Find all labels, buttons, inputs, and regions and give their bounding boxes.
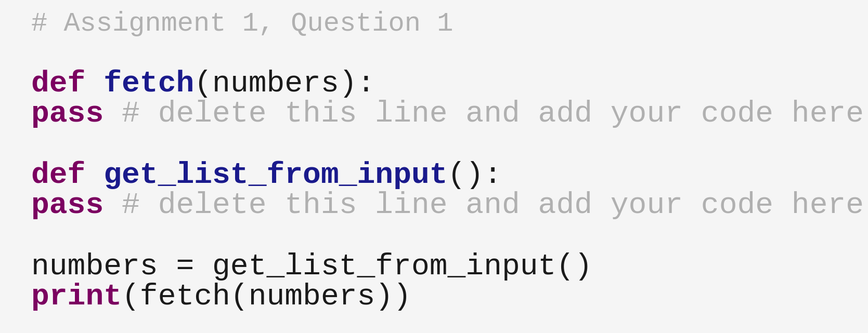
- assign-line: numbers = get_list_from_input(): [31, 251, 847, 282]
- comment-line: # Assignment 1, Question 1: [31, 10, 847, 37]
- keyword-pass-1: pass: [31, 99, 103, 129]
- func-name-fetch: fetch: [103, 69, 194, 99]
- keyword-print: print: [31, 282, 122, 312]
- comment-text: # Assignment 1, Question 1: [31, 10, 453, 37]
- code-editor: # Assignment 1, Question 1 def fetch (nu…: [0, 0, 868, 333]
- func-name-get-list: get_list_from_input: [103, 160, 447, 190]
- space-2: [85, 160, 103, 190]
- def-get-list-line: def get_list_from_input ():: [31, 160, 847, 190]
- pass-comment-2: # delete this line and add your code her…: [103, 190, 864, 220]
- blank-line-2: [31, 129, 847, 160]
- fetch-pass-line: pass # delete this line and add your cod…: [31, 99, 847, 129]
- get-list-pass-line: pass # delete this line and add your cod…: [31, 190, 847, 220]
- space-1: [85, 69, 103, 99]
- assign-text: numbers = get_list_from_input(): [31, 251, 592, 282]
- get-list-params: ():: [448, 160, 502, 190]
- print-line: print (fetch(numbers)): [31, 282, 847, 312]
- def-fetch-line: def fetch (numbers):: [31, 69, 847, 99]
- keyword-def-2: def: [31, 160, 85, 190]
- blank-line-3: [31, 220, 847, 251]
- print-args: (fetch(numbers)): [122, 282, 411, 312]
- blank-line-1: [31, 37, 847, 69]
- pass-comment-1: # delete this line and add your code her…: [103, 99, 864, 129]
- keyword-pass-2: pass: [31, 190, 103, 220]
- fetch-params: (numbers):: [194, 69, 375, 99]
- keyword-def-1: def: [31, 69, 85, 99]
